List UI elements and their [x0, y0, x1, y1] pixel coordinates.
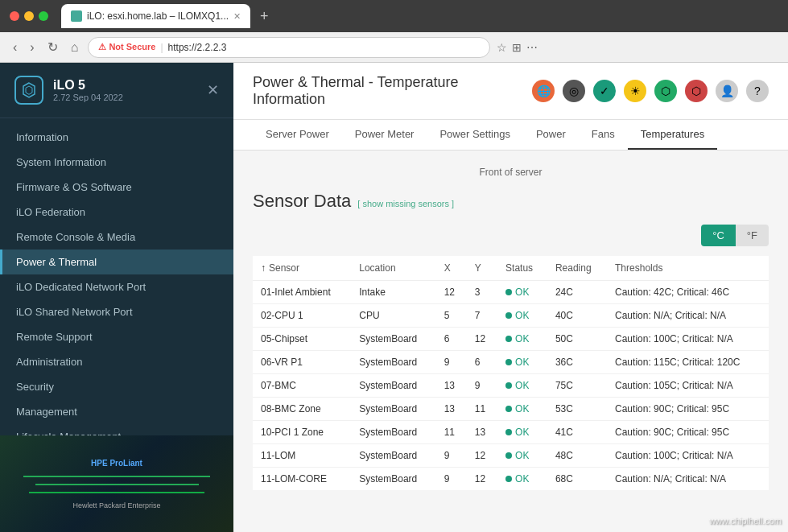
- sidebar-item-security[interactable]: Security: [0, 374, 233, 399]
- sidebar-item-system-information[interactable]: System Information: [0, 150, 233, 175]
- cell-reading: 75C: [547, 374, 607, 398]
- sidebar-item-information[interactable]: Information: [0, 125, 233, 150]
- cell-sensor: 11-LOM: [253, 444, 351, 468]
- ilo-logo: [14, 76, 43, 105]
- sensor-header: Sensor Data [ show missing sensors ]: [253, 191, 769, 212]
- tab-power[interactable]: Power: [523, 120, 579, 150]
- cell-y: 12: [467, 328, 497, 351]
- tab-power-settings[interactable]: Power Settings: [427, 120, 522, 150]
- check-icon[interactable]: ✓: [593, 80, 616, 102]
- url-bar[interactable]: ⚠ Not Secure | https://2.2.2.3: [88, 37, 490, 58]
- reload-button[interactable]: ↻: [44, 36, 61, 58]
- table-row: 10-PCI 1 Zone SystemBoard 11 13 OK 41C C…: [253, 421, 769, 444]
- sidebar-item-ilo-dedicated-network-port[interactable]: iLO Dedicated Network Port: [0, 274, 233, 299]
- content-header: Power & Thermal - Temperature Informatio…: [233, 63, 788, 120]
- table-row: 07-BMC SystemBoard 13 9 OK 75C Caution: …: [253, 374, 769, 398]
- sidebar: iLO 5 2.72 Sep 04 2022 ✕ InformationSyst…: [0, 63, 233, 532]
- target-icon[interactable]: ◎: [563, 80, 585, 102]
- tab-title: iLO: esxi.home.lab – ILOMXQ1...: [87, 10, 229, 22]
- cell-thresholds: Caution: 42C; Critical: 46C: [607, 281, 769, 304]
- cell-location: SystemBoard: [351, 328, 435, 351]
- minimize-window-dot[interactable]: [24, 11, 34, 21]
- cell-status: OK: [497, 468, 547, 491]
- cell-x: 9: [436, 468, 467, 491]
- back-button[interactable]: ‹: [10, 37, 20, 58]
- close-window-dot[interactable]: [10, 11, 19, 21]
- status-ok-dot: [505, 406, 512, 412]
- table-row: 01-Inlet Ambient Intake 12 3 OK 24C Caut…: [253, 281, 769, 304]
- status-ok-dot: [505, 382, 512, 389]
- maximize-window-dot[interactable]: [39, 11, 48, 21]
- bookmark-icon[interactable]: ☆: [497, 41, 507, 54]
- cell-thresholds: Caution: 90C; Critical: 95C: [607, 398, 769, 421]
- server-preview: HPE ProLiant Hewlett Packard Enterprise: [0, 435, 233, 532]
- tab-power-meter[interactable]: Power Meter: [342, 120, 427, 150]
- sidebar-close-button[interactable]: ✕: [207, 81, 219, 99]
- shield-green-icon[interactable]: ⬡: [654, 80, 677, 102]
- tab-favicon: [71, 10, 82, 22]
- cell-sensor: 06-VR P1: [253, 351, 351, 374]
- user-icon[interactable]: 👤: [716, 80, 738, 102]
- table-body: 01-Inlet Ambient Intake 12 3 OK 24C Caut…: [253, 281, 769, 491]
- cell-thresholds: Caution: 115C; Critical: 120C: [607, 351, 769, 374]
- fahrenheit-button[interactable]: °F: [736, 225, 769, 246]
- url-text: https://2.2.2.3: [168, 42, 227, 53]
- cell-reading: 53C: [547, 398, 607, 421]
- header-icons: 🌐 ◎ ✓ ☀ ⬡ ⬡ 👤 ?: [532, 80, 769, 102]
- sidebar-item-power-&-thermal[interactable]: Power & Thermal: [0, 250, 233, 274]
- table-row: 08-BMC Zone SystemBoard 13 11 OK 53C Cau…: [253, 398, 769, 421]
- sidebar-item-administration[interactable]: Administration: [0, 349, 233, 374]
- cell-location: Intake: [351, 281, 435, 304]
- extensions-icon[interactable]: ⊞: [512, 41, 522, 54]
- sort-arrow-icon: ↑: [261, 262, 266, 274]
- help-icon[interactable]: ?: [746, 80, 769, 102]
- thumb-bar3: [29, 492, 204, 493]
- cell-sensor: 10-PCI 1 Zone: [253, 421, 351, 444]
- sensor-table: ↑Sensor Location X Y Status Reading Thre…: [253, 256, 769, 490]
- browser-tab[interactable]: iLO: esxi.home.lab – ILOMXQ1... ✕: [61, 4, 250, 28]
- cell-location: CPU: [351, 304, 435, 328]
- sidebar-item-ilo-shared-network-port[interactable]: iLO Shared Network Port: [0, 299, 233, 324]
- sidebar-app-title: iLO 5: [53, 78, 123, 93]
- sidebar-item-lifecycle-management[interactable]: Lifecycle Management: [0, 424, 233, 435]
- sidebar-version: 2.72 Sep 04 2022: [53, 93, 123, 102]
- sidebar-item-firmware-&-os-software[interactable]: Firmware & OS Software: [0, 175, 233, 200]
- tab-server-power[interactable]: Server Power: [253, 120, 342, 150]
- front-of-server-label: Front of server: [253, 167, 769, 178]
- th-sensor: ↑Sensor: [253, 256, 351, 281]
- cell-reading: 24C: [547, 281, 607, 304]
- sidebar-item-ilo-federation[interactable]: iLO Federation: [0, 200, 233, 225]
- cell-location: SystemBoard: [351, 421, 435, 444]
- th-status: Status: [497, 256, 547, 281]
- cell-status: OK: [497, 281, 547, 304]
- shield-red-icon[interactable]: ⬡: [685, 80, 708, 102]
- sun-icon[interactable]: ☀: [624, 80, 646, 102]
- table-row: 11-LOM-CORE SystemBoard 9 12 OK 68C Caut…: [253, 468, 769, 491]
- orange-icon[interactable]: 🌐: [532, 80, 555, 102]
- cell-location: SystemBoard: [351, 374, 435, 398]
- tab-temperatures[interactable]: Temperatures: [628, 120, 717, 150]
- sidebar-item-management[interactable]: Management: [0, 399, 233, 424]
- tab-close-button[interactable]: ✕: [233, 11, 241, 22]
- toggle-group: °C °F: [701, 225, 769, 246]
- tab-fans[interactable]: Fans: [579, 120, 628, 150]
- status-ok-dot: [505, 336, 512, 342]
- cell-y: 11: [467, 398, 497, 421]
- cell-reading: 50C: [547, 328, 607, 351]
- new-tab-button[interactable]: +: [260, 8, 269, 25]
- home-button[interactable]: ⌂: [68, 37, 82, 58]
- show-missing-sensors-link[interactable]: [ show missing sensors ]: [357, 199, 454, 208]
- forward-button[interactable]: ›: [27, 37, 37, 58]
- celsius-button[interactable]: °C: [701, 225, 736, 246]
- cell-thresholds: Caution: 100C; Critical: N/A: [607, 328, 769, 351]
- table-row: 11-LOM SystemBoard 9 12 OK 48C Caution: …: [253, 444, 769, 468]
- cell-x: 5: [436, 304, 467, 328]
- th-thresholds: Thresholds: [607, 256, 769, 281]
- sidebar-item-remote-console-&-media[interactable]: Remote Console & Media: [0, 225, 233, 250]
- cell-thresholds: Caution: N/A; Critical: N/A: [607, 304, 769, 328]
- thumb-bar1: [23, 476, 210, 477]
- sidebar-nav: InformationSystem InformationFirmware & …: [0, 118, 233, 435]
- sidebar-item-remote-support[interactable]: Remote Support: [0, 324, 233, 349]
- menu-icon[interactable]: ⋯: [526, 41, 538, 54]
- status-ok-dot: [505, 289, 512, 295]
